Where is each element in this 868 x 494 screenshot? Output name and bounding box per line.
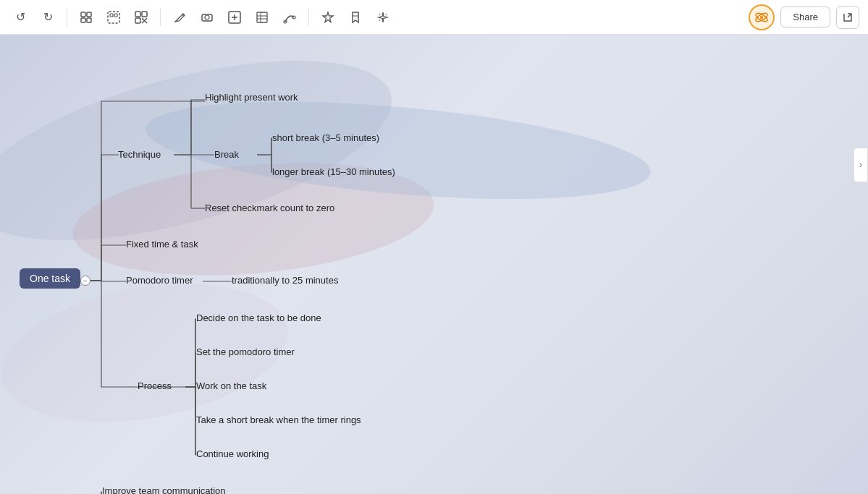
svg-rect-3 xyxy=(87,18,91,22)
highlight-present-work-node: Highlight present work xyxy=(205,91,298,103)
reset-checkmark-text: Reset checkmark count to zero xyxy=(205,201,334,215)
set-timer-node: Set the pomodoro timer xyxy=(196,346,295,357)
svg-point-18 xyxy=(760,15,764,19)
divider-3 xyxy=(308,9,309,26)
traditionally-node: traditionally to 25 minutes xyxy=(232,274,338,286)
longer-break-text: longer break (15–30 minutes) xyxy=(272,165,395,179)
mindmap-lines xyxy=(0,35,868,494)
svg-rect-13 xyxy=(257,12,267,22)
longer-break-node: longer break (15–30 minutes) xyxy=(272,166,395,177)
fixed-time-node: Fixed time & task xyxy=(126,238,198,250)
collapse-icon: › xyxy=(859,160,862,170)
short-break-node: short break (3–5 minutes) xyxy=(272,132,379,143)
redo-button[interactable]: ↻ xyxy=(36,6,59,29)
connector-button[interactable] xyxy=(278,6,301,29)
technique-node: Technique xyxy=(118,148,161,160)
frame-button[interactable] xyxy=(75,6,98,29)
one-task-node[interactable]: One task xyxy=(20,268,80,289)
decide-task-node: Decide on the task to be done xyxy=(196,312,321,323)
undo-button[interactable]: ↺ xyxy=(9,6,32,29)
traditionally-text: traditionally to 25 minutes xyxy=(232,273,338,287)
group-button[interactable] xyxy=(102,6,125,29)
table-button[interactable] xyxy=(250,6,274,29)
svg-rect-6 xyxy=(114,14,117,17)
sidebar-collapse-button[interactable]: › xyxy=(854,148,868,182)
svg-rect-0 xyxy=(81,12,85,17)
reset-checkmark-node: Reset checkmark count to zero xyxy=(205,202,334,213)
svg-rect-7 xyxy=(135,12,140,17)
bookmark-button[interactable] xyxy=(344,6,367,29)
set-timer-text: Set the pomodoro timer xyxy=(196,345,295,359)
short-break-text: short break (3–5 minutes) xyxy=(272,131,379,145)
divider-2 xyxy=(160,9,161,26)
process-text: Process xyxy=(138,379,172,393)
technique-text: Technique xyxy=(118,148,161,161)
star-button[interactable] xyxy=(316,6,340,29)
highlight-present-work-text: Highlight present work xyxy=(205,90,298,104)
continue-working-node: Continue working xyxy=(196,448,269,459)
open-new-button[interactable] xyxy=(836,6,859,29)
continue-working-text: Continue working xyxy=(196,447,269,461)
divider-1 xyxy=(67,9,67,26)
fixed-time-text: Fixed time & task xyxy=(126,237,198,251)
take-short-break-text: Take a short break when the timer rings xyxy=(196,413,361,427)
svg-rect-4 xyxy=(108,12,119,23)
svg-rect-9 xyxy=(135,18,140,23)
svg-point-11 xyxy=(205,15,209,20)
mindmap-container: One task − Highlight present work Techni… xyxy=(0,35,868,494)
process-node: Process xyxy=(138,380,172,391)
logo-button[interactable] xyxy=(749,4,775,30)
plus-button[interactable] xyxy=(223,6,246,29)
sparkle-button[interactable] xyxy=(371,6,395,29)
svg-rect-5 xyxy=(110,14,113,17)
select-button[interactable] xyxy=(130,6,153,29)
improve-team-text: Improve team communication xyxy=(102,484,226,494)
shape-button[interactable] xyxy=(195,6,219,29)
pomodoro-timer-node: Pomodoro timer xyxy=(126,274,193,286)
svg-rect-8 xyxy=(142,12,147,17)
svg-rect-1 xyxy=(87,12,91,17)
pomodoro-timer-text: Pomodoro timer xyxy=(126,273,193,287)
toolbar: ↺ ↻ xyxy=(0,0,868,35)
break-text: Break xyxy=(214,148,239,161)
work-on-task-text: Work on the task xyxy=(196,379,266,393)
one-task-expand[interactable]: − xyxy=(80,276,90,286)
decide-task-text: Decide on the task to be done xyxy=(196,311,321,325)
toolbar-right: Share xyxy=(749,4,859,30)
share-button[interactable]: Share xyxy=(780,7,830,27)
svg-rect-2 xyxy=(81,18,85,22)
one-task-label[interactable]: One task xyxy=(20,268,80,289)
break-node: Break xyxy=(214,148,239,160)
work-on-task-node: Work on the task xyxy=(196,380,266,391)
toolbar-left: ↺ ↻ xyxy=(9,6,395,29)
improve-team-node: Improve team communication xyxy=(102,485,226,494)
pen-button[interactable] xyxy=(168,6,191,29)
take-short-break-node: Take a short break when the timer rings xyxy=(196,414,361,425)
